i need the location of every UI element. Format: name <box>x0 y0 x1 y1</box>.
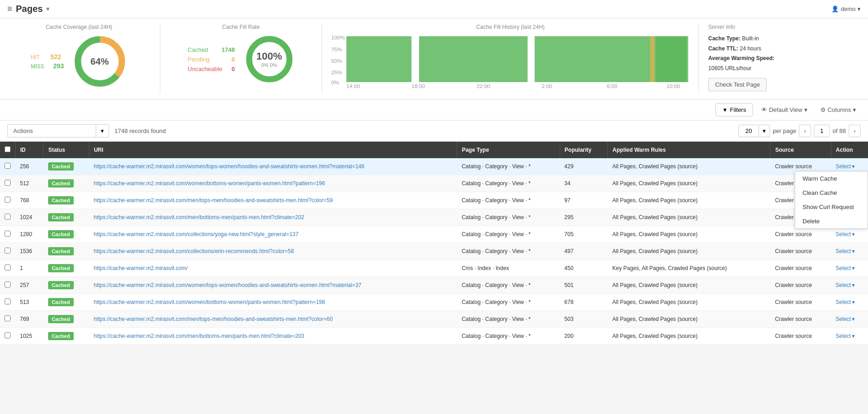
header-checkbox-cell <box>0 142 16 158</box>
next-page-button[interactable]: › <box>849 125 861 137</box>
table-row: 513 Cached https://cache-warmer.m2.miras… <box>0 294 868 311</box>
uri-link[interactable]: https://cache-warmer.m2.mirasvit.com/men… <box>93 333 304 339</box>
row-checkbox[interactable] <box>5 315 11 321</box>
uri-link[interactable]: https://cache-warmer.m2.mirasvit.com/wom… <box>93 180 325 187</box>
uri-link[interactable]: https://cache-warmer.m2.mirasvit.com/wom… <box>93 163 364 170</box>
row-checkbox[interactable] <box>5 163 11 169</box>
status-badge: Cached <box>48 230 74 238</box>
cache-type-label: Cache Type: <box>708 35 740 42</box>
uncacheable-row: Uncacheable 0 <box>188 66 235 72</box>
columns-label: Columns <box>828 106 851 113</box>
hamburger-icon[interactable]: ≡ <box>7 4 12 14</box>
user-name: demo <box>841 6 856 12</box>
cache-coverage-inner: HIT 522 MISS 293 64% <box>31 34 127 89</box>
row-uri: https://cache-warmer.m2.mirasvit.com/col… <box>89 226 457 243</box>
col-action: Action <box>831 142 868 158</box>
menu-clean-cache-item[interactable]: Clean Cache <box>795 186 868 200</box>
row-uri: https://cache-warmer.m2.mirasvit.com/wom… <box>89 277 457 294</box>
action-select-button[interactable]: Select ▾ <box>835 231 854 237</box>
status-badge: Cached <box>48 247 74 255</box>
select-label: Select <box>835 333 851 339</box>
cache-type-value: Built-in <box>742 35 759 42</box>
uncacheable-value: 0 <box>231 66 235 72</box>
action-select-button[interactable]: Select ▾ <box>835 265 854 271</box>
per-page-input[interactable] <box>738 125 759 137</box>
fill-rate-sub: 0% 0% <box>257 62 282 68</box>
table-row: 257 Cached https://cache-warmer.m2.miras… <box>0 277 868 294</box>
row-checkbox-cell <box>0 209 16 226</box>
uri-link[interactable]: https://cache-warmer.m2.mirasvit.com/men… <box>93 316 333 322</box>
uri-link[interactable]: https://cache-warmer.m2.mirasvit.com/col… <box>93 231 298 237</box>
uri-link[interactable]: https://cache-warmer.m2.mirasvit.com/men… <box>93 214 304 221</box>
cache-fill-rate-title: Cache Fill Rate <box>222 24 260 30</box>
action-select-button[interactable]: Select ▾ <box>835 333 854 339</box>
svg-text:10:00: 10:00 <box>667 84 681 89</box>
actions-dropdown-button[interactable]: ▾ <box>96 124 109 138</box>
svg-text:6:00: 6:00 <box>607 84 617 89</box>
uri-link[interactable]: https://cache-warmer.m2.mirasvit.com/wom… <box>93 299 325 305</box>
title-chevron[interactable]: ▾ <box>46 6 49 12</box>
row-checkbox[interactable] <box>5 214 11 220</box>
menu-warm-cache-item[interactable]: Warm Cache <box>795 171 868 186</box>
col-warm-rules: Applied Warm Rules <box>608 142 770 158</box>
row-page-type: Catalog · Category · View · * <box>457 158 560 175</box>
action-select-button[interactable]: Select ▾ <box>835 299 854 305</box>
row-checkbox[interactable] <box>5 248 11 254</box>
row-id: 257 <box>16 277 44 294</box>
row-checkbox[interactable] <box>5 282 11 287</box>
row-popularity: 501 <box>560 277 608 294</box>
prev-page-button[interactable]: ‹ <box>799 125 811 137</box>
select-label: Select <box>835 231 851 237</box>
status-badge: Cached <box>48 162 74 171</box>
action-select-button[interactable]: Select ▾ <box>835 282 854 288</box>
row-checkbox[interactable] <box>5 332 11 338</box>
user-menu[interactable]: 👤 demo ▾ <box>831 6 861 12</box>
row-source: Crawler source <box>770 260 831 277</box>
row-checkbox-cell <box>0 192 16 209</box>
select-all-checkbox[interactable] <box>5 146 11 152</box>
action-select-button[interactable]: Select ▾ <box>835 316 854 322</box>
svg-text:25%: 25% <box>331 70 342 75</box>
row-status: Cached <box>44 294 89 311</box>
row-action: Select ▾ <box>831 311 868 328</box>
row-checkbox[interactable] <box>5 298 11 304</box>
filters-button[interactable]: ▼ Filters <box>715 103 753 116</box>
uri-link[interactable]: https://cache-warmer.m2.mirasvit.com/men… <box>93 197 333 204</box>
action-select-button[interactable]: Select ▾ <box>835 163 854 170</box>
row-checkbox-cell <box>0 175 16 192</box>
uri-link[interactable]: https://cache-warmer.m2.mirasvit.com/ <box>93 265 187 271</box>
table-row: 1025 Cached https://cache-warmer.m2.mira… <box>0 328 868 345</box>
status-badge: Cached <box>48 298 74 306</box>
action-select-button[interactable]: Select ▾ <box>835 248 854 254</box>
uri-link[interactable]: https://cache-warmer.m2.mirasvit.com/wom… <box>93 282 361 288</box>
fill-rate-pct: 100% 0% 0% <box>257 50 282 68</box>
status-badge: Cached <box>48 264 74 272</box>
row-checkbox[interactable] <box>5 180 11 186</box>
row-checkbox[interactable] <box>5 265 11 270</box>
svg-text:18:00: 18:00 <box>412 84 426 89</box>
row-action: Select ▾ <box>831 277 868 294</box>
menu-delete-item[interactable]: Delete <box>795 214 868 228</box>
svg-text:22:00: 22:00 <box>477 84 491 89</box>
actions-input[interactable] <box>7 124 96 138</box>
per-page-dropdown[interactable]: ▾ <box>759 125 770 137</box>
actions-left: ▾ 1748 records found <box>7 124 166 138</box>
fill-stats: Cached 1748 Pending 0 Uncacheable 0 <box>188 46 235 72</box>
row-checkbox[interactable] <box>5 231 11 237</box>
toolbar: ▼ Filters 👁 Default View ▾ ⚙ Columns ▾ <box>0 99 868 121</box>
row-action: Select ▾ <box>831 243 868 260</box>
filters-label: Filters <box>730 106 746 113</box>
row-checkbox[interactable] <box>5 197 11 203</box>
uri-link[interactable]: https://cache-warmer.m2.mirasvit.com/col… <box>93 248 294 254</box>
check-test-page-button[interactable]: Check Test Page <box>708 78 767 91</box>
table-wrap: ID Status URI Page Type Popularity Appli… <box>0 142 868 345</box>
row-uri: https://cache-warmer.m2.mirasvit.com/ <box>89 260 457 277</box>
default-view-button[interactable]: 👁 Default View ▾ <box>757 104 812 116</box>
page-input[interactable] <box>814 125 830 137</box>
actions-bar: ▾ 1748 records found ▾ per page ‹ of 88 … <box>0 121 868 142</box>
columns-button[interactable]: ⚙ Columns ▾ <box>816 104 861 116</box>
menu-show-curl-item[interactable]: Show Curl Request <box>795 200 868 214</box>
per-page-select: ▾ <box>738 125 770 137</box>
row-action: Select ▾ Warm Cache Clean Cache Show Cur… <box>831 158 868 175</box>
cached-value: 1748 <box>222 46 235 53</box>
